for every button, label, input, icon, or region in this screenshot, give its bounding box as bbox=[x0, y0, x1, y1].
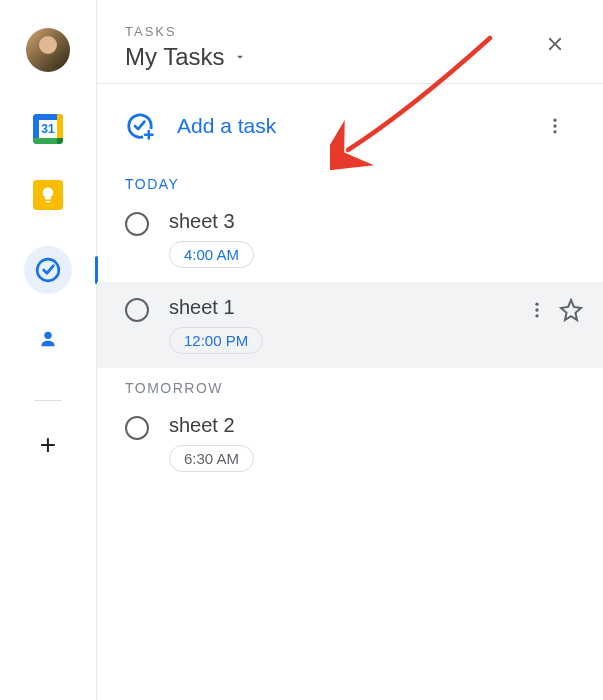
task-title: sheet 2 bbox=[169, 414, 583, 437]
task-complete-circle[interactable] bbox=[125, 298, 149, 322]
close-button[interactable] bbox=[535, 24, 575, 64]
tasks-panel: TASKS My Tasks Add a task bbox=[97, 0, 603, 700]
task-complete-circle[interactable] bbox=[125, 416, 149, 440]
add-task-label: Add a task bbox=[177, 114, 276, 138]
plus-icon[interactable]: + bbox=[40, 429, 56, 461]
keep-icon[interactable] bbox=[33, 180, 63, 210]
svg-text:31: 31 bbox=[41, 122, 55, 136]
task-title: sheet 1 bbox=[169, 296, 507, 319]
task-complete-circle[interactable] bbox=[125, 212, 149, 236]
chevron-down-icon bbox=[233, 50, 247, 64]
task-row[interactable]: sheet 2 6:30 AM bbox=[97, 400, 603, 486]
svg-point-16 bbox=[535, 314, 538, 317]
task-time-chip[interactable]: 12:00 PM bbox=[169, 327, 263, 354]
panel-header: TASKS My Tasks bbox=[97, 0, 603, 84]
task-time-chip[interactable]: 6:30 AM bbox=[169, 445, 254, 472]
task-title: sheet 3 bbox=[169, 210, 583, 233]
more-vert-icon bbox=[545, 116, 565, 136]
contacts-icon[interactable] bbox=[33, 324, 63, 354]
sidebar-divider bbox=[34, 400, 62, 401]
panel-more-button[interactable] bbox=[535, 106, 575, 146]
list-title: My Tasks bbox=[125, 43, 225, 71]
task-more-button[interactable] bbox=[527, 300, 547, 320]
star-outline-icon bbox=[559, 298, 583, 322]
section-tomorrow: TOMORROW bbox=[97, 368, 603, 400]
close-icon bbox=[544, 33, 566, 55]
star-button[interactable] bbox=[559, 298, 583, 322]
avatar[interactable] bbox=[26, 28, 70, 72]
calendar-icon[interactable]: 31 bbox=[33, 114, 63, 144]
svg-point-14 bbox=[535, 303, 538, 306]
tasks-icon-active[interactable] bbox=[24, 246, 72, 294]
list-selector[interactable]: My Tasks bbox=[125, 43, 535, 71]
add-task-icon bbox=[125, 111, 155, 141]
section-today: TODAY bbox=[97, 164, 603, 196]
task-time-chip[interactable]: 4:00 AM bbox=[169, 241, 254, 268]
more-vert-icon bbox=[527, 300, 547, 320]
task-row[interactable]: sheet 1 12:00 PM bbox=[97, 282, 603, 368]
svg-point-15 bbox=[535, 308, 538, 311]
svg-rect-5 bbox=[57, 138, 63, 144]
svg-point-11 bbox=[553, 119, 556, 122]
svg-point-8 bbox=[44, 332, 51, 339]
svg-point-12 bbox=[553, 124, 556, 127]
tasks-label: TASKS bbox=[125, 24, 535, 39]
task-row[interactable]: sheet 3 4:00 AM bbox=[97, 196, 603, 282]
add-task-row[interactable]: Add a task bbox=[97, 84, 603, 164]
svg-point-13 bbox=[553, 130, 556, 133]
side-rail: 31 + bbox=[0, 0, 97, 700]
